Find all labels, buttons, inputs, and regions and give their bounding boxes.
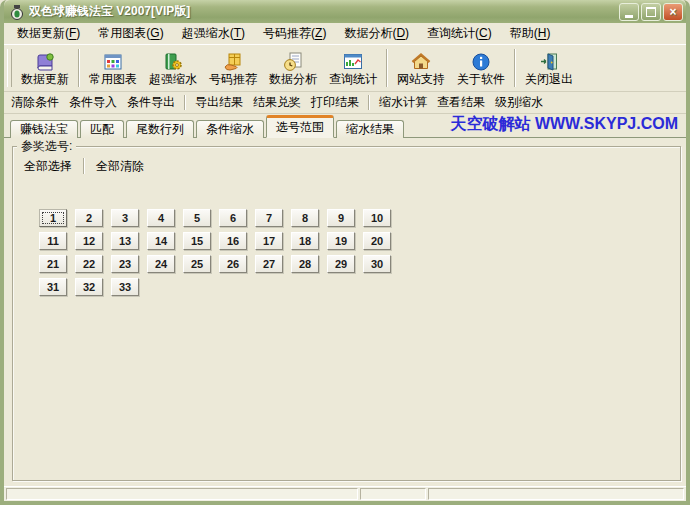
number-button[interactable]: 32 (75, 278, 103, 296)
number-button[interactable]: 26 (219, 255, 247, 273)
toolbar-button-package-hand[interactable]: 号码推荐 (203, 47, 263, 89)
number-button[interactable]: 13 (111, 232, 139, 250)
toolbar-button-clock-doc[interactable]: 数据分析 (263, 47, 323, 89)
number-button[interactable]: 28 (291, 255, 319, 273)
number-button[interactable]: 25 (183, 255, 211, 273)
number-button[interactable]: 3 (111, 209, 139, 227)
tab-0[interactable]: 赚钱法宝 (10, 120, 78, 138)
menu-item[interactable]: 查询统计(C) (418, 23, 501, 44)
maximize-button[interactable] (641, 3, 661, 21)
prize-number-groupbox: 参奖选号: 全部选择 全部清除 123456789101112131415161… (12, 146, 681, 481)
number-button[interactable]: 21 (39, 255, 67, 273)
app-window: 双色球赚钱法宝 V2007[VIP版] × 数据更新(F)常用图表(G)超强缩水… (0, 0, 690, 505)
title-bar[interactable]: 双色球赚钱法宝 V2007[VIP版] × (4, 0, 686, 23)
action-button[interactable]: 条件导入 (66, 92, 120, 113)
number-button[interactable]: 6 (219, 209, 247, 227)
action-button[interactable]: 结果兑奖 (250, 92, 304, 113)
number-button[interactable]: 9 (327, 209, 355, 227)
number-button[interactable]: 12 (75, 232, 103, 250)
number-button[interactable]: 27 (255, 255, 283, 273)
number-button[interactable]: 17 (255, 232, 283, 250)
watermark-text: 天空破解站 WWW.SKYPJ.COM (450, 114, 678, 135)
toolbar-grip[interactable] (7, 49, 12, 87)
toolbar-button-stats-window[interactable]: 查询统计 (323, 47, 383, 89)
number-button[interactable]: 14 (147, 232, 175, 250)
number-button[interactable]: 20 (363, 232, 391, 250)
toolbar-button-home[interactable]: 网站支持 (391, 47, 451, 89)
number-button[interactable]: 8 (291, 209, 319, 227)
number-button[interactable]: 30 (363, 255, 391, 273)
number-button[interactable]: 4 (147, 209, 175, 227)
toolbar-button-label: 超强缩水 (149, 73, 197, 86)
toolbar-separator (78, 49, 80, 87)
close-button[interactable]: × (663, 3, 683, 21)
menu-item[interactable]: 超强缩水(T) (173, 23, 254, 44)
close-icon: × (669, 5, 676, 19)
actionbar-separator (368, 95, 370, 110)
toolbar-button-info[interactable]: 关于软件 (451, 47, 511, 89)
tab-1[interactable]: 匹配 (80, 120, 124, 138)
toolbar-separator (514, 49, 516, 87)
action-button[interactable]: 清除条件 (8, 92, 62, 113)
window-title: 双色球赚钱法宝 V2007[VIP版] (29, 3, 617, 20)
number-button[interactable]: 16 (219, 232, 247, 250)
action-button[interactable]: 缩水计算 (376, 92, 430, 113)
number-button[interactable]: 15 (183, 232, 211, 250)
number-button[interactable]: 1 (39, 209, 67, 227)
number-button[interactable]: 7 (255, 209, 283, 227)
number-button[interactable]: 29 (327, 255, 355, 273)
chart-grid-icon (102, 51, 124, 73)
maximize-icon (646, 7, 656, 17)
toolbar-button-label: 网站支持 (397, 73, 445, 86)
number-button[interactable]: 2 (75, 209, 103, 227)
action-button[interactable]: 打印结果 (308, 92, 362, 113)
number-button[interactable]: 33 (111, 278, 139, 296)
info-icon (470, 51, 492, 73)
toolbar-button-book-gear[interactable]: 超强缩水 (143, 47, 203, 89)
menu-item[interactable]: 帮助(H) (501, 23, 560, 44)
action-button[interactable]: 导出结果 (192, 92, 246, 113)
book-gear-icon (162, 51, 184, 73)
toolbar-button-book-update[interactable]: 数据更新 (15, 47, 75, 89)
action-bar: 清除条件条件导入条件导出导出结果结果兑奖打印结果缩水计算查看结果级别缩水 (4, 92, 686, 114)
toolbar-button-label: 号码推荐 (209, 73, 257, 86)
tabs: 赚钱法宝匹配尾数行列条件缩水选号范围缩水结果 (10, 114, 406, 137)
number-button[interactable]: 11 (39, 232, 67, 250)
tab-5[interactable]: 缩水结果 (336, 120, 404, 138)
tab-3[interactable]: 条件缩水 (196, 120, 264, 138)
menu-item[interactable]: 号码推荐(Z) (254, 23, 335, 44)
link-separator (83, 158, 85, 174)
menu-item[interactable]: 数据分析(D) (335, 23, 418, 44)
status-pane-1 (6, 488, 358, 500)
menu-bar: 数据更新(F)常用图表(G)超强缩水(T)号码推荐(Z)数据分析(D)查询统计(… (4, 23, 686, 44)
number-button[interactable]: 22 (75, 255, 103, 273)
toolbar-button-label: 查询统计 (329, 73, 377, 86)
exit-door-icon (538, 51, 560, 73)
number-button[interactable]: 31 (39, 278, 67, 296)
groupbox-label: 参奖选号: (17, 139, 76, 154)
number-button[interactable]: 5 (183, 209, 211, 227)
toolbar-button-label: 数据更新 (21, 73, 69, 86)
menu-item[interactable]: 常用图表(G) (89, 23, 172, 44)
select-all-button[interactable]: 全部选择 (15, 155, 81, 178)
tab-active[interactable]: 选号范围 (266, 115, 334, 138)
menu-item[interactable]: 数据更新(F) (8, 23, 89, 44)
package-hand-icon (222, 51, 244, 73)
tab-bar: 赚钱法宝匹配尾数行列条件缩水选号范围缩水结果 天空破解站 WWW.SKYPJ.C… (4, 114, 686, 138)
action-button[interactable]: 条件导出 (124, 92, 178, 113)
toolbar-button-chart-grid[interactable]: 常用图表 (83, 47, 143, 89)
minimize-button[interactable] (619, 3, 639, 21)
toolbar-button-label: 常用图表 (89, 73, 137, 86)
toolbar-button-label: 数据分析 (269, 73, 317, 86)
action-button[interactable]: 查看结果 (434, 92, 488, 113)
number-button[interactable]: 18 (291, 232, 319, 250)
toolbar-button-exit-door[interactable]: 关闭退出 (519, 47, 579, 89)
tab-2[interactable]: 尾数行列 (126, 120, 194, 138)
number-button[interactable]: 24 (147, 255, 175, 273)
number-button[interactable]: 19 (327, 232, 355, 250)
number-button[interactable]: 23 (111, 255, 139, 273)
clear-all-button[interactable]: 全部清除 (87, 155, 153, 178)
stats-window-icon (342, 51, 364, 73)
action-button[interactable]: 级别缩水 (492, 92, 546, 113)
number-button[interactable]: 10 (363, 209, 391, 227)
